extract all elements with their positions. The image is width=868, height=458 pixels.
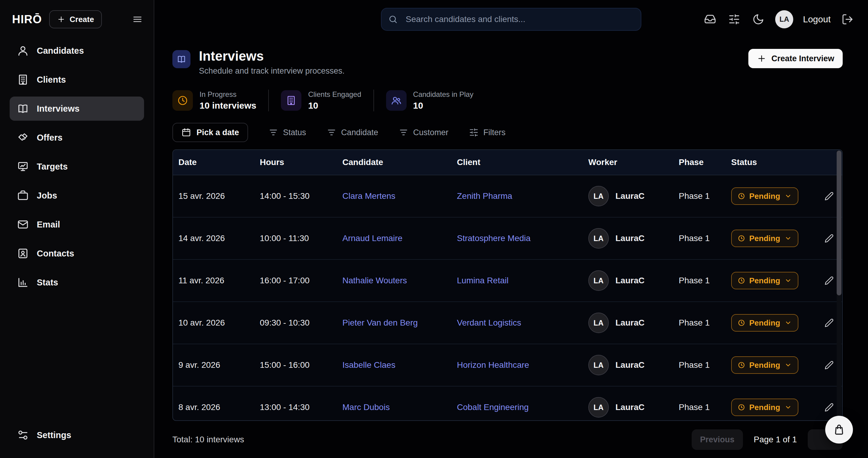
pick-a-date-button[interactable]: Pick a date (173, 123, 248, 142)
building-icon (17, 74, 29, 86)
col-client: Client (452, 158, 583, 167)
sidebar-item-email[interactable]: Email (10, 212, 144, 236)
chevron-down-icon (784, 404, 792, 411)
cell-worker: LA LauraC (583, 270, 673, 291)
worker-name: LauraC (615, 233, 644, 243)
worker-avatar: LA (588, 186, 609, 206)
chevron-down-icon (784, 235, 792, 242)
sidebar-item-candidates[interactable]: Candidates (10, 39, 144, 63)
hamburger-menu-icon[interactable] (131, 13, 144, 26)
candidate-link[interactable]: Isabelle Claes (342, 360, 396, 370)
worker-name: LauraC (615, 276, 644, 285)
edit-pencil-button[interactable] (822, 231, 836, 246)
filter-lines-icon (399, 127, 408, 137)
client-link[interactable]: Horizon Healthcare (457, 360, 529, 370)
cell-hours: 15:00 - 16:00 (254, 360, 337, 370)
search-icon (388, 15, 398, 24)
sidebar-item-settings[interactable]: Settings (10, 423, 144, 447)
logout-icon[interactable] (840, 12, 855, 27)
status-label: Pending (749, 276, 780, 285)
cell-status: Pending (726, 314, 816, 332)
edit-pencil-button[interactable] (822, 274, 836, 288)
sidebar-item-label: Email (37, 220, 60, 230)
cell-worker: LA LauraC (583, 313, 673, 333)
people-icon (386, 90, 407, 111)
sidebar-item-label: Jobs (37, 191, 57, 201)
logout-label[interactable]: Logout (803, 14, 831, 24)
pick-a-date-label: Pick a date (196, 128, 239, 137)
status-dropdown[interactable]: Pending (731, 230, 798, 247)
user-avatar[interactable]: LA (775, 10, 793, 28)
col-worker: Worker (583, 158, 673, 167)
client-link[interactable]: Verdant Logistics (457, 318, 521, 327)
cell-hours: 09:30 - 10:30 (254, 318, 337, 328)
status-dropdown[interactable]: Pending (731, 356, 798, 374)
filter-chip-customer[interactable]: Customer (399, 127, 448, 137)
candidate-link[interactable]: Nathalie Wouters (342, 276, 407, 285)
worker-avatar: LA (588, 228, 609, 249)
edit-pencil-button[interactable] (822, 358, 836, 372)
pencil-icon (824, 360, 834, 370)
sidebar-item-label: Settings (37, 430, 71, 440)
sidebar-item-label: Offers (37, 133, 62, 143)
sidebar-footer: Settings (0, 423, 154, 458)
page-header: Interviews Schedule and track interview … (173, 49, 843, 76)
edit-pencil-button[interactable] (822, 189, 836, 203)
candidate-link[interactable]: Clara Mertens (342, 191, 396, 201)
sidebar-nav: Candidates Clients Interviews Offers Tar… (0, 39, 154, 294)
create-button[interactable]: Create (49, 10, 102, 28)
client-link[interactable]: Zenith Pharma (457, 191, 513, 201)
filter-chip-candidate[interactable]: Candidate (327, 127, 378, 137)
candidate-link[interactable]: Arnaud Lemaire (342, 233, 402, 243)
client-link[interactable]: Stratosphere Media (457, 233, 530, 243)
table-scrollbar-thumb[interactable] (837, 150, 841, 295)
sidebar-item-label: Contacts (37, 249, 74, 259)
sidebar-item-interviews[interactable]: Interviews (10, 96, 144, 121)
clock-icon (738, 362, 745, 369)
app-window: HIRŌ Create Candidates Clients Interview… (0, 0, 868, 458)
stat-value: 10 (308, 101, 361, 111)
create-interview-button[interactable]: Create Interview (748, 49, 843, 68)
pagination: Previous Page 1 of 1 (692, 429, 843, 450)
chip-label: Filters (484, 128, 506, 137)
previous-page-button[interactable]: Previous (692, 429, 743, 450)
moon-dark-mode-icon[interactable] (751, 12, 766, 27)
sidebar-item-jobs[interactable]: Jobs (10, 183, 144, 207)
cell-date: 15 avr. 2026 (173, 191, 254, 201)
divider (268, 90, 269, 111)
sidebar-item-stats[interactable]: Stats (10, 270, 144, 294)
sidebar-item-clients[interactable]: Clients (10, 67, 144, 92)
filter-chip-status[interactable]: Status (269, 127, 306, 137)
cell-phase: Phase 1 (673, 402, 726, 412)
candidate-link[interactable]: Pieter Van den Berg (342, 318, 418, 327)
clock-icon (738, 277, 745, 284)
edit-pencil-button[interactable] (822, 400, 836, 414)
cell-worker: LA LauraC (583, 186, 673, 206)
status-dropdown[interactable]: Pending (731, 188, 798, 205)
col-status: Status (726, 158, 816, 167)
floating-bag-button[interactable] (825, 416, 853, 443)
clock-icon (173, 90, 193, 111)
status-dropdown[interactable]: Pending (731, 314, 798, 332)
table-footer: Total: 10 interviews Previous Page 1 of … (173, 429, 843, 450)
worker-avatar: LA (588, 355, 609, 375)
status-dropdown[interactable]: Pending (731, 399, 798, 416)
candidate-link[interactable]: Marc Dubois (342, 402, 390, 412)
inbox-icon[interactable] (703, 12, 717, 27)
status-dropdown[interactable]: Pending (731, 272, 798, 289)
clock-icon (738, 193, 745, 200)
sidebar-item-contacts[interactable]: Contacts (10, 241, 144, 265)
col-date: Date (173, 158, 254, 167)
client-link[interactable]: Cobalt Engineering (457, 402, 529, 412)
client-link[interactable]: Lumina Retail (457, 276, 508, 285)
edit-pencil-button[interactable] (822, 316, 836, 330)
cell-date: 8 avr. 2026 (173, 402, 254, 412)
sidebar-item-offers[interactable]: Offers (10, 125, 144, 150)
search-input[interactable] (381, 8, 641, 31)
filter-chip-filters[interactable]: Filters (469, 127, 506, 137)
sidebar-item-targets[interactable]: Targets (10, 154, 144, 179)
brand-logo[interactable]: HIRŌ (12, 13, 42, 26)
filter-lines-icon (269, 127, 278, 137)
sliders-horizontal-icon[interactable] (727, 12, 741, 27)
cell-date: 11 avr. 2026 (173, 276, 254, 285)
